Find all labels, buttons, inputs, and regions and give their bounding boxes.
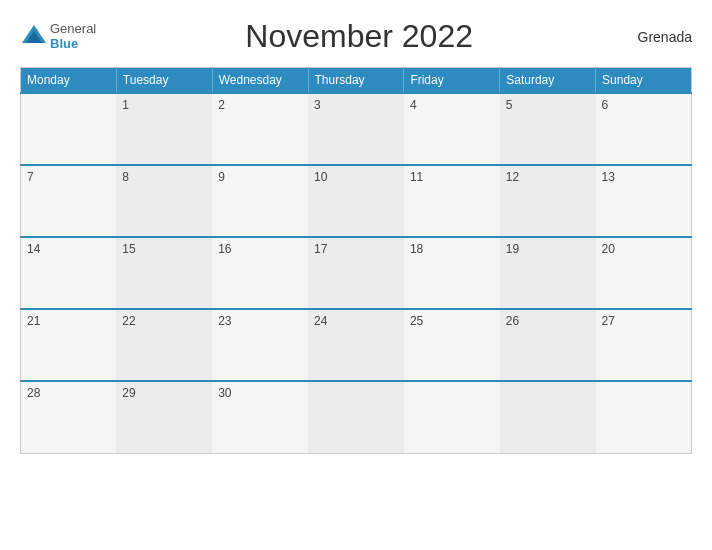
header: General Blue November 2022 Grenada [20,18,692,55]
header-wednesday: Wednesday [212,68,308,94]
calendar-week-row: 21222324252627 [21,309,692,381]
calendar-cell [21,93,117,165]
calendar-cell: 23 [212,309,308,381]
calendar-cell: 4 [404,93,500,165]
calendar-table: Monday Tuesday Wednesday Thursday Friday… [20,67,692,454]
header-monday: Monday [21,68,117,94]
day-number: 17 [314,242,327,256]
day-number: 27 [602,314,615,328]
calendar-week-row: 14151617181920 [21,237,692,309]
header-tuesday: Tuesday [116,68,212,94]
logo-text: General Blue [50,22,96,51]
calendar-cell: 9 [212,165,308,237]
calendar-page: General Blue November 2022 Grenada Monda… [0,0,712,550]
calendar-cell: 21 [21,309,117,381]
calendar-week-row: 123456 [21,93,692,165]
calendar-cell: 14 [21,237,117,309]
day-number: 18 [410,242,423,256]
day-number: 11 [410,170,423,184]
calendar-cell: 24 [308,309,404,381]
day-number: 19 [506,242,519,256]
calendar-cell: 26 [500,309,596,381]
day-number: 9 [218,170,225,184]
day-number: 6 [602,98,609,112]
logo-icon [20,23,48,51]
calendar-cell: 25 [404,309,500,381]
calendar-cell [500,381,596,453]
day-number: 4 [410,98,417,112]
calendar-cell: 1 [116,93,212,165]
calendar-cell [596,381,692,453]
calendar-cell: 27 [596,309,692,381]
day-number: 10 [314,170,327,184]
calendar-cell: 8 [116,165,212,237]
day-number: 1 [122,98,129,112]
day-number: 12 [506,170,519,184]
day-number: 21 [27,314,40,328]
weekday-header-row: Monday Tuesday Wednesday Thursday Friday… [21,68,692,94]
day-number: 3 [314,98,321,112]
logo-general: General [50,22,96,36]
day-number: 28 [27,386,40,400]
day-number: 25 [410,314,423,328]
header-saturday: Saturday [500,68,596,94]
day-number: 24 [314,314,327,328]
day-number: 8 [122,170,129,184]
calendar-cell [404,381,500,453]
calendar-header: Monday Tuesday Wednesday Thursday Friday… [21,68,692,94]
calendar-cell: 15 [116,237,212,309]
day-number: 30 [218,386,231,400]
calendar-cell: 16 [212,237,308,309]
day-number: 26 [506,314,519,328]
calendar-cell: 5 [500,93,596,165]
calendar-body: 1234567891011121314151617181920212223242… [21,93,692,453]
calendar-week-row: 78910111213 [21,165,692,237]
calendar-cell: 13 [596,165,692,237]
logo: General Blue [20,22,96,51]
country-label: Grenada [622,29,692,45]
calendar-cell: 22 [116,309,212,381]
day-number: 20 [602,242,615,256]
calendar-title: November 2022 [96,18,622,55]
calendar-week-row: 282930 [21,381,692,453]
calendar-cell: 30 [212,381,308,453]
day-number: 22 [122,314,135,328]
day-number: 5 [506,98,513,112]
day-number: 2 [218,98,225,112]
calendar-cell: 29 [116,381,212,453]
calendar-cell: 20 [596,237,692,309]
calendar-cell: 7 [21,165,117,237]
header-thursday: Thursday [308,68,404,94]
day-number: 7 [27,170,34,184]
calendar-cell: 2 [212,93,308,165]
calendar-cell: 3 [308,93,404,165]
header-friday: Friday [404,68,500,94]
day-number: 23 [218,314,231,328]
calendar-cell: 17 [308,237,404,309]
logo-blue: Blue [50,37,96,51]
calendar-cell: 10 [308,165,404,237]
calendar-cell: 11 [404,165,500,237]
header-sunday: Sunday [596,68,692,94]
calendar-cell [308,381,404,453]
day-number: 15 [122,242,135,256]
calendar-cell: 18 [404,237,500,309]
calendar-cell: 12 [500,165,596,237]
day-number: 13 [602,170,615,184]
day-number: 14 [27,242,40,256]
day-number: 16 [218,242,231,256]
calendar-cell: 28 [21,381,117,453]
day-number: 29 [122,386,135,400]
calendar-cell: 19 [500,237,596,309]
calendar-cell: 6 [596,93,692,165]
